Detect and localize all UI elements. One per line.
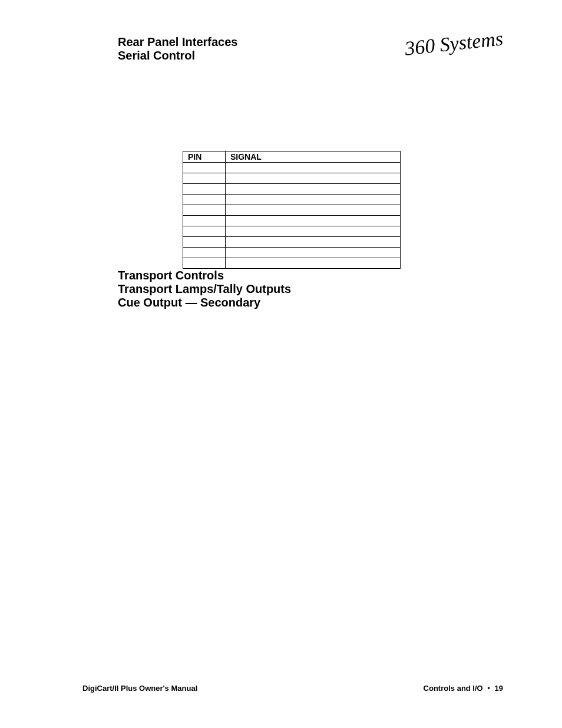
cell-signal xyxy=(226,195,401,205)
cell-signal xyxy=(226,184,401,195)
th-signal: SIGNAL xyxy=(226,151,401,163)
cell-pin xyxy=(183,258,226,269)
heading-cue-output: Cue Output — Secondary xyxy=(118,296,480,309)
footer-left: DigiCart/II Plus Owner's Manual xyxy=(82,684,197,693)
cell-pin xyxy=(183,163,226,173)
cell-pin xyxy=(183,226,226,237)
page-footer: DigiCart/II Plus Owner's Manual Controls… xyxy=(82,684,503,693)
cell-signal xyxy=(226,258,401,269)
table-row xyxy=(183,205,401,216)
footer-bullet: • xyxy=(485,684,492,693)
table-row xyxy=(183,237,401,248)
footer-page-number: 19 xyxy=(495,684,503,693)
cell-pin xyxy=(183,216,226,226)
cell-signal xyxy=(226,226,401,237)
cell-signal xyxy=(226,173,401,184)
table-row xyxy=(183,173,401,184)
table-row xyxy=(183,258,401,269)
cell-pin xyxy=(183,205,226,216)
cell-pin xyxy=(183,173,226,184)
cell-signal xyxy=(226,163,401,173)
cell-pin xyxy=(183,195,226,205)
table-row xyxy=(183,226,401,237)
table-row xyxy=(183,163,401,173)
heading-transport-controls: Transport Controls xyxy=(118,269,480,282)
table-header-row: PIN SIGNAL xyxy=(183,151,401,163)
footer-right: Controls and I/O • 19 xyxy=(424,684,503,693)
cell-signal xyxy=(226,205,401,216)
footer-section: Controls and I/O xyxy=(424,684,483,693)
cell-signal xyxy=(226,237,401,248)
cell-pin xyxy=(183,237,226,248)
th-pin: PIN xyxy=(183,151,226,163)
table-row xyxy=(183,248,401,258)
cell-pin xyxy=(183,184,226,195)
cell-pin xyxy=(183,248,226,258)
cell-signal xyxy=(226,216,401,226)
heading-transport-lamps: Transport Lamps/Tally Outputs xyxy=(118,282,480,296)
pin-signal-table: PIN SIGNAL xyxy=(183,151,401,269)
table-row xyxy=(183,184,401,195)
cell-signal xyxy=(226,248,401,258)
table-row xyxy=(183,195,401,205)
table-row xyxy=(183,216,401,226)
